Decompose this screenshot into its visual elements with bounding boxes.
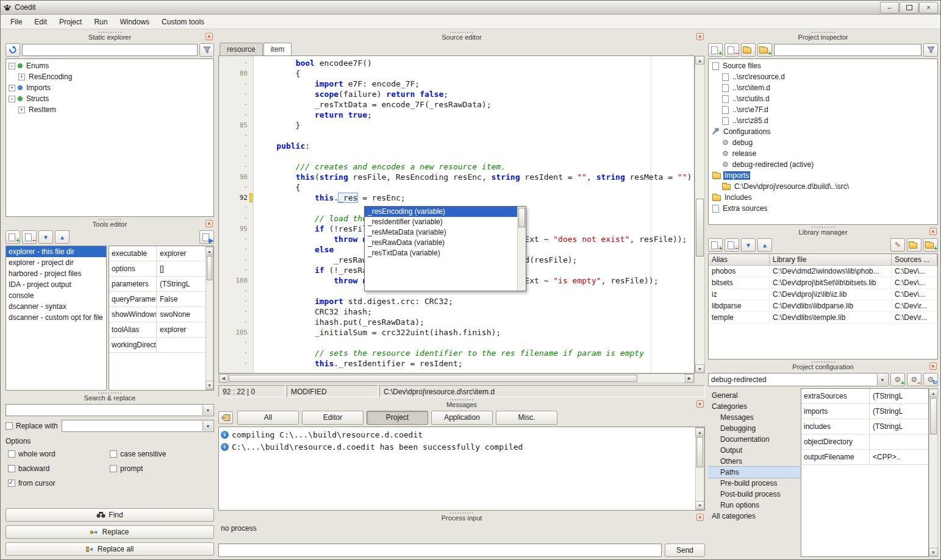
dropdown-arrow-icon[interactable]: ▼	[877, 374, 887, 385]
panel-grip[interactable]	[812, 361, 835, 363]
config-prop-key[interactable]: extraSources	[801, 389, 870, 403]
minimize-button[interactable]: –	[880, 2, 899, 13]
inspector-item-src-item-d[interactable]: ..\src\item.d	[709, 82, 937, 93]
static-tree-item[interactable]: +ResItem	[6, 104, 213, 115]
send-button[interactable]: Send	[665, 544, 705, 557]
menu-file[interactable]: File	[4, 15, 28, 29]
replace-term-combo[interactable]: ▼	[62, 420, 214, 432]
add-tool-button[interactable]: +	[5, 230, 20, 244]
find-button[interactable]: Find	[5, 508, 214, 522]
category-general[interactable]: General	[708, 390, 801, 401]
dropdown-arrow-icon[interactable]: ▼	[202, 405, 213, 415]
tab-item[interactable]: item	[263, 43, 292, 56]
completion-item[interactable]: _resIdentifier (variable)	[365, 217, 518, 227]
filter-project-button[interactable]: Project	[367, 411, 428, 425]
close-panel-button[interactable]: ×	[206, 33, 213, 40]
configuration-selector[interactable]: debug-redirected ▼	[708, 373, 889, 386]
scroll-left-icon[interactable]: ◀	[219, 374, 228, 383]
edit-library-button[interactable]: ✎	[890, 238, 905, 252]
category-categories[interactable]: Categories	[708, 401, 801, 412]
scroll-down-icon[interactable]: ▼	[695, 364, 704, 373]
category-run-options[interactable]: Run options	[708, 500, 801, 511]
tool-prop-key[interactable]: options	[109, 261, 157, 276]
inspector-filter-input[interactable]	[774, 44, 921, 56]
filter-editor-button[interactable]: Editor	[302, 411, 363, 425]
editor-horizontal-scrollbar[interactable]: ◀ ▶	[218, 374, 695, 383]
replace-button[interactable]: Replace	[5, 525, 214, 539]
move-library-down-button[interactable]: ▼	[741, 238, 756, 252]
scrollbar-thumb[interactable]	[207, 256, 212, 280]
scroll-right-icon[interactable]: ▶	[685, 374, 694, 383]
inspector-item-debug-redirected-active[interactable]: ⚙debug-redirected (active)	[709, 159, 937, 170]
scroll-down-icon[interactable]: ▼	[695, 501, 704, 509]
checkbox-unchecked-icon[interactable]	[5, 422, 13, 430]
tool-prop-key[interactable]: showWindows	[109, 307, 157, 322]
inspector-item-source-files[interactable]: Source files	[709, 60, 937, 71]
messages-scrollbar[interactable]: ▲ ▼	[695, 427, 704, 510]
tool-list-item[interactable]: console	[6, 290, 106, 301]
scroll-up-icon[interactable]: ▲	[695, 56, 704, 65]
editor-vertical-scrollbar[interactable]: ▲ ▼	[695, 55, 705, 374]
static-tree-item[interactable]: +Imports	[6, 82, 213, 93]
close-panel-button[interactable]: ×	[206, 220, 213, 227]
search-term-combo[interactable]: ▼	[5, 404, 214, 416]
checkbox-unchecked-icon[interactable]	[8, 465, 15, 472]
library-row[interactable]: izC:\Dev\dproj\iz\lib\iz.libC:\Dev\...	[709, 289, 937, 300]
configuration-scrollbar[interactable]: ▲ ▼	[929, 388, 938, 557]
library-column-header[interactable]: Alias	[709, 254, 770, 266]
completion-item[interactable]: _resEncoding (variable)	[365, 207, 518, 217]
replace-all-button[interactable]: Replace all	[5, 542, 214, 556]
tool-grid-scrollbar[interactable]: ▲ ▼	[206, 246, 213, 390]
inspector-item-debug[interactable]: ⚙debug	[709, 137, 937, 148]
tool-prop-value[interactable]	[157, 338, 206, 352]
scrollbar-thumb[interactable]	[696, 437, 703, 467]
completion-item[interactable]: _resMetaData (variable)	[365, 227, 518, 238]
add-source-button[interactable]: +	[708, 43, 723, 57]
tool-prop-value[interactable]: explorer	[157, 322, 206, 337]
move-tool-down-button[interactable]: ▼	[38, 230, 53, 244]
category-messages[interactable]: Messages	[708, 412, 801, 423]
static-tree-item[interactable]: +ResEncoding	[6, 71, 213, 82]
add-folder-button[interactable]	[741, 43, 756, 57]
library-column-header[interactable]: Library file	[770, 254, 892, 266]
library-row[interactable]: phobosC:\Dev\dmd2\windows\lib\phob...C:\…	[709, 266, 937, 277]
panel-grip[interactable]	[812, 227, 835, 228]
tool-prop-key[interactable]: executable	[109, 246, 157, 261]
panel-grip[interactable]	[450, 512, 473, 514]
menu-edit[interactable]: Edit	[28, 15, 53, 29]
tool-prop-key[interactable]: parameters	[109, 277, 157, 291]
panel-grip[interactable]	[98, 392, 121, 394]
category-pre-build-process[interactable]: Pre-build process	[708, 478, 801, 489]
config-prop-key[interactable]: imports	[801, 404, 870, 419]
remove-configuration-button[interactable]: ⚙−	[907, 373, 921, 386]
filter-button[interactable]	[923, 43, 938, 57]
open-library-file-button[interactable]	[907, 238, 921, 252]
close-panel-button[interactable]: ×	[696, 514, 704, 521]
tool-list-item[interactable]: IDA - project output	[6, 279, 106, 290]
filter-misc-button[interactable]: Misc.	[496, 411, 557, 425]
config-prop-value[interactable]	[870, 434, 928, 449]
checkbox-unchecked-icon[interactable]	[8, 450, 15, 458]
panel-grip[interactable]	[98, 32, 121, 33]
scroll-up-icon[interactable]: ▲	[695, 428, 704, 436]
add-library-button[interactable]: +	[708, 238, 723, 252]
message-category-button[interactable]	[218, 411, 233, 424]
tree-expander-icon[interactable]: +	[18, 74, 25, 80]
inspector-item-src-e7f-d[interactable]: ..\src\e7F.d	[709, 104, 937, 115]
move-tool-up-button[interactable]: ▲	[55, 230, 70, 244]
tab-resource[interactable]: resource	[220, 43, 263, 55]
remove-source-button[interactable]: −	[725, 43, 739, 57]
completion-item[interactable]: _resTxtData (variable)	[365, 248, 518, 258]
category-output[interactable]: Output	[708, 445, 801, 456]
scrollbar-thumb[interactable]	[696, 199, 704, 257]
execute-tool-button[interactable]: ▶	[199, 230, 214, 244]
add-library-folder-button[interactable]: +	[923, 238, 938, 252]
category-debugging[interactable]: Debugging	[708, 423, 801, 434]
inspector-item-src-utils-d[interactable]: ..\src\utils.d	[709, 93, 937, 104]
category-paths[interactable]: Paths	[708, 467, 801, 478]
tool-list-item[interactable]: explorer - this file dir	[6, 246, 106, 257]
config-prop-value[interactable]: (TStringL	[870, 419, 928, 434]
scrollbar-thumb[interactable]	[518, 208, 525, 227]
static-tree-item[interactable]: −Enums	[6, 60, 213, 71]
panel-grip[interactable]	[450, 32, 473, 33]
